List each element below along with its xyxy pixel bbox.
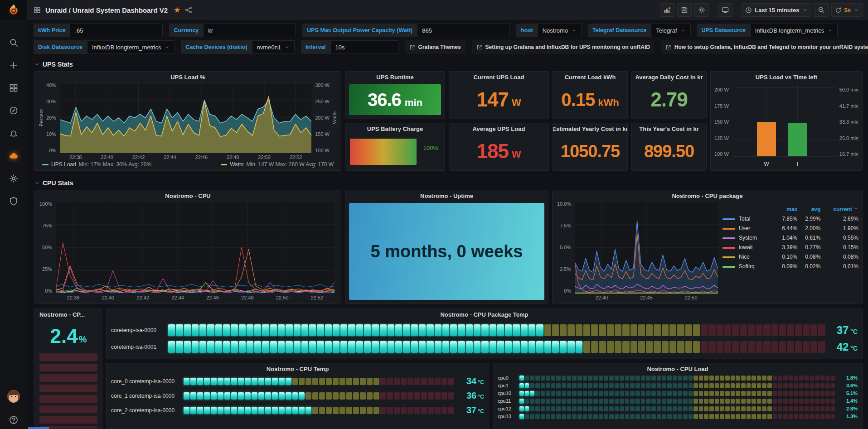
gauge-row-cpu11: cpu111.4% — [498, 398, 858, 404]
variable-select[interactable]: InfluxDB longterm_metrics — [87, 40, 175, 54]
cpu-stats-grid: Nostromo - CPU 100%75%50%25%0% 22:3822:4… — [34, 190, 863, 304]
lcd-cell — [567, 341, 574, 353]
panel-uptime[interactable]: Nostromo - Uptime 5 months, 0 weeks — [345, 190, 548, 304]
lcd-cell — [599, 414, 603, 419]
sidebar-item-dashboards[interactable] — [5, 80, 22, 96]
legend-row-total[interactable]: Total7.85%2.99%2.69% — [723, 216, 858, 222]
variable-input[interactable]: 865 — [417, 24, 510, 37]
panel-cpu-small[interactable]: Nostromo - CP... 2.4% — [34, 308, 102, 429]
lcd-cell — [197, 407, 203, 414]
lcd-cell — [810, 383, 814, 388]
lcd-cell — [525, 399, 529, 404]
sidebar-item-explore[interactable] — [5, 102, 22, 119]
lcd-cell — [715, 376, 719, 381]
panel-cpu[interactable]: Nostromo - CPU 100%75%50%25%0% 22:3822:4… — [34, 190, 341, 304]
lcd-cell — [625, 376, 630, 381]
lcd-cell — [657, 399, 661, 404]
lcd-cell — [794, 383, 798, 388]
lcd-cell — [204, 392, 210, 400]
lcd-cell — [815, 414, 820, 419]
panel-ups-load-vs-time[interactable]: UPS Load vs Time left 200 W175 W150 W125… — [710, 71, 863, 171]
dashboard-link-setting-up-grafana-and-influxd[interactable]: Setting up Grafana and InfluxDB for UPS … — [472, 40, 655, 54]
legend-row-iowait[interactable]: iowait3.39%0.27%0.15% — [723, 244, 858, 251]
lcd-cell — [693, 383, 698, 388]
lcd-cell — [387, 407, 393, 414]
lcd-cell — [346, 378, 352, 385]
sidebar-item-configuration[interactable] — [5, 170, 22, 187]
lcd-cell — [535, 406, 540, 411]
lcd-cell — [678, 414, 682, 419]
lcd-cell — [704, 406, 708, 411]
user-avatar[interactable] — [5, 388, 22, 405]
sidebar-item-server-admin[interactable] — [5, 193, 22, 209]
panel-current-load-kwh[interactable]: Current Load kWh 0.15kWh — [553, 71, 628, 119]
dashboard-link-how-to-setup-grafana-influxdb-[interactable]: How to setup Grafana, InfluxDB and Teleg… — [661, 40, 868, 54]
legend-item-ups-load[interactable]: UPS LoadMin: 17% Max: 30% Avg: 20% — [42, 161, 151, 168]
lcd-cell — [771, 341, 778, 353]
sidebar-item-search[interactable] — [5, 34, 22, 51]
save-dashboard-button[interactable] — [677, 3, 692, 17]
add-panel-button[interactable] — [660, 3, 674, 17]
variable-input[interactable]: kr — [203, 24, 296, 37]
variable-select[interactable]: InfluxDB longterm_metrics — [750, 24, 838, 37]
lcd-cell — [530, 414, 534, 419]
grafana-logo[interactable] — [0, 0, 27, 20]
variable-select[interactable]: Telegraf — [651, 24, 690, 37]
refresh-icon — [835, 7, 842, 14]
legend-row-softirq[interactable]: Softirq0.09%0.02%0.01% — [723, 263, 858, 270]
lcd-cell — [421, 392, 427, 400]
gauge-row-cpu10: cpu105.1% — [498, 390, 858, 396]
legend-header-max[interactable]: max — [774, 206, 797, 212]
section-cpu-stats[interactable]: CPU Stats — [34, 177, 863, 189]
ups-vs-time-chart — [732, 84, 836, 159]
cpu-chart — [56, 201, 335, 294]
sidebar-item-cloud-plugin[interactable] — [5, 148, 22, 164]
axis-tick: 22:52 — [311, 295, 324, 300]
panel-est-yearly-cost[interactable]: Estimated Yearly Cost in kr 1050.75 — [553, 123, 628, 171]
breadcrumb[interactable]: Unraid / Unraid System Dashboard V2 ★ — [34, 6, 192, 14]
variable-select[interactable]: nvme0n1 — [252, 40, 295, 54]
dashboard-link-grafana-themes[interactable]: Grafana Themes — [405, 40, 466, 54]
panel-cpu-load[interactable]: Nostromo - CPU Load cpu01.8%cpu13.6%cpu1… — [493, 363, 863, 429]
variable-input[interactable]: 10s — [330, 40, 398, 54]
gauge-row-cpu1: cpu13.6% — [498, 383, 858, 388]
lcd-cell — [525, 391, 529, 396]
variable-input[interactable]: .65 — [70, 24, 163, 37]
panel-ups-battery[interactable]: UPS Battery Charge 100% — [345, 123, 445, 171]
panel-avg-ups-load[interactable]: Average UPS Load 185W — [449, 123, 549, 171]
panel-cpu-temp[interactable]: Nostromo - CPU Temp core_0 coretemp-isa-… — [106, 363, 489, 429]
favorite-star-icon[interactable]: ★ — [174, 6, 180, 14]
zoom-out-button[interactable] — [814, 3, 829, 17]
lcd-cell — [747, 406, 751, 411]
panel-cpu-package[interactable]: Nostromo - CPU package 10.0%7.5%5.0%2.5%… — [552, 190, 863, 304]
help-icon[interactable] — [5, 412, 22, 428]
panel-ups-load[interactable]: UPS Load % Percent40%30%20%10%0% 300 W25… — [34, 71, 341, 171]
lcd-cell — [305, 392, 311, 400]
section-ups-stats[interactable]: UPS Stats — [34, 58, 863, 70]
lcd-cell — [588, 406, 592, 411]
panel-ups-runtime[interactable]: UPS Runtime 36.6 min — [345, 71, 445, 119]
time-range-picker[interactable]: Last 15 minutes — [742, 3, 811, 17]
legend-header-current[interactable]: current — [820, 206, 858, 212]
panel-this-year-cost[interactable]: This Year's Cost in kr 899.50 — [631, 123, 707, 171]
lcd-cell — [651, 391, 656, 396]
legend-row-user[interactable]: User6.44%2.00%1.90% — [723, 225, 858, 231]
axis-tick: 200 W — [714, 87, 729, 92]
legend-item-watts[interactable]: WattsMin: 147 W Max: 260 W Avg: 170 W — [221, 161, 334, 168]
panel-avg-daily-cost[interactable]: Average Daily Cost in kr 2.79 — [631, 71, 707, 119]
lcd-cell — [466, 324, 473, 336]
panel-cpu-package-temp[interactable]: Nostromo - CPU Package Temp coretemp-isa… — [106, 308, 863, 359]
axis-tick: 40% — [46, 82, 56, 88]
lcd-cell — [685, 341, 692, 353]
refresh-picker[interactable]: 5s — [831, 3, 863, 17]
dashboard-settings-button[interactable] — [694, 3, 709, 17]
legend-row-nice[interactable]: Nice0.10%0.08%0.08% — [723, 254, 858, 260]
sidebar-item-alerting[interactable] — [5, 125, 22, 141]
legend-row-system[interactable]: System1.04%0.61%0.55% — [723, 235, 858, 241]
panel-current-ups-load[interactable]: Current UPS Load 147W — [449, 71, 549, 119]
share-icon[interactable] — [185, 6, 192, 14]
sidebar-item-create[interactable] — [5, 57, 22, 73]
legend-header-avg[interactable]: avg — [797, 206, 820, 212]
cycle-view-mode-button[interactable] — [718, 3, 732, 17]
variable-select[interactable]: Nostromo — [538, 24, 582, 37]
